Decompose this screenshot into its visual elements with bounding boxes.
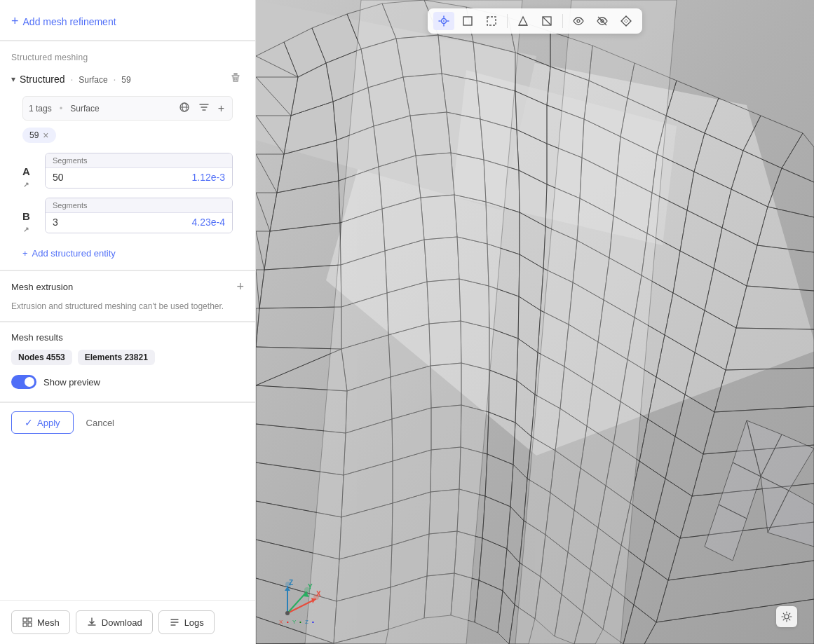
apply-cancel-row: ✓ Apply Cancel: [0, 402, 255, 442]
nodes-chip: Nodes 4553: [11, 350, 72, 365]
bottom-right-icon-btn[interactable]: [776, 606, 797, 627]
svg-line-16: [543, 17, 551, 25]
mesh-visualization: [256, 0, 814, 644]
svg-line-247: [287, 599, 316, 613]
vp-camera-btn[interactable]: [433, 12, 454, 30]
delete-button[interactable]: [227, 71, 244, 88]
mesh-results-section: Mesh results Nodes 4553 Elements 23821 S…: [0, 322, 255, 402]
svg-point-258: [285, 582, 291, 587]
mesh-extrusion-section: Mesh extrusion + Extrusion and structure…: [0, 270, 255, 321]
svg-text:•: •: [299, 619, 301, 625]
axis-b-segments-header: Segments: [46, 198, 232, 213]
elements-chip: Elements 23821: [78, 350, 155, 365]
trash-icon: [230, 72, 241, 83]
axis-b-field[interactable]: Segments 3 4.23e-4: [45, 198, 233, 233]
extrusion-warning: Extrusion and structured meshing can't b…: [11, 300, 244, 313]
structured-meshing-inner: 1 tags • Surface: [11, 96, 244, 270]
axis-a-block: A ↗ Segments 50 1.12e-3: [22, 153, 233, 189]
svg-text:•: •: [312, 619, 314, 625]
svg-point-250: [313, 594, 319, 600]
sidebar: + Add mesh refinement Structured meshing…: [0, 0, 256, 644]
viewport-toolbar: [428, 8, 642, 34]
svg-rect-7: [28, 618, 32, 622]
camera-icon: [437, 15, 450, 27]
vp-box-select-btn[interactable]: [457, 12, 478, 30]
tag-chip-value: 59: [29, 130, 39, 140]
svg-text:•: •: [287, 619, 289, 625]
add-mesh-refinement-label: Add mesh refinement: [23, 16, 116, 27]
eye-slash-icon: [596, 15, 609, 27]
svg-rect-13: [487, 17, 496, 25]
tags-actions: +: [177, 101, 226, 116]
filter-icon-btn[interactable]: [196, 101, 212, 116]
apply-label: Apply: [37, 418, 60, 428]
svg-point-11: [443, 20, 445, 22]
viewport: X Y Z X • Y • Z •: [256, 0, 814, 644]
show-preview-toggle[interactable]: [11, 375, 36, 389]
svg-rect-9: [28, 623, 32, 626]
svg-point-17: [577, 20, 580, 22]
svg-rect-12: [463, 17, 472, 25]
globe-icon-btn[interactable]: [177, 101, 192, 116]
svg-line-251: [287, 592, 306, 613]
vp-sep-1: [507, 14, 508, 28]
axis-a-segments-value: 1.12e-3: [192, 172, 225, 183]
settings-icon: [781, 611, 792, 622]
axis-a-icon: ↗: [23, 181, 29, 189]
vp-edge-btn[interactable]: [536, 12, 557, 30]
mesh-results-label: Mesh results: [11, 332, 244, 343]
vp-sep-2: [562, 14, 563, 28]
show-preview-label: Show preview: [43, 377, 100, 388]
svg-point-259: [285, 611, 290, 615]
logs-label: Logs: [184, 617, 204, 628]
axis-a-label: A ↗: [22, 165, 38, 189]
apply-button[interactable]: ✓ Apply: [11, 411, 74, 434]
svg-rect-8: [23, 623, 27, 626]
logs-button[interactable]: Logs: [158, 610, 215, 634]
mesh-extrusion-label: Mesh extrusion: [11, 282, 73, 292]
add-mesh-refinement-button[interactable]: + Add mesh refinement: [11, 11, 116, 32]
logs-icon: [169, 617, 180, 628]
globe-icon: [179, 102, 190, 113]
vertex-icon: [517, 15, 529, 27]
filter-icon: [198, 102, 210, 113]
download-button[interactable]: Download: [76, 610, 153, 634]
svg-text:Y: Y: [292, 619, 297, 625]
svg-text:Z: Z: [305, 619, 308, 625]
extrusion-header: Mesh extrusion +: [11, 280, 244, 294]
vp-view2-btn[interactable]: [592, 12, 613, 30]
surface-text: Surface: [70, 104, 99, 114]
add-structured-entity-label: Add structured entity: [32, 248, 116, 259]
add-structured-entity-button[interactable]: + Add structured entity: [22, 242, 116, 270]
add-tag-btn[interactable]: +: [216, 101, 226, 116]
extrusion-plus-btn[interactable]: +: [236, 280, 244, 294]
vp-vertex-btn[interactable]: [513, 12, 534, 30]
svg-rect-6: [23, 618, 27, 622]
axis-a-segments-header: Segments: [46, 153, 232, 168]
tag-chip-59: 59 ×: [22, 128, 56, 143]
check-icon: ✓: [25, 417, 33, 428]
axis-a-field[interactable]: Segments 50 1.12e-3: [45, 153, 233, 189]
axis-a-segments-count: 50: [53, 172, 64, 183]
axis-b-block: B ↗ Segments 3 4.23e-4: [22, 198, 233, 234]
box-select-icon: [461, 15, 474, 27]
mesh-icon: [22, 617, 33, 628]
vp-lasso-btn[interactable]: [481, 12, 502, 30]
plus-icon: +: [11, 14, 19, 29]
bottom-toolbar: Mesh Download Logs: [0, 600, 255, 644]
tags-row: 1 tags • Surface: [22, 96, 233, 121]
axes-indicator: X Y Z X • Y • Z •: [277, 578, 326, 627]
svg-text:X: X: [279, 619, 283, 625]
vp-view1-btn[interactable]: [568, 12, 589, 30]
svg-marker-256: [285, 587, 290, 591]
vp-filter-btn[interactable]: [616, 12, 637, 30]
eye-icon: [572, 15, 585, 27]
download-label: Download: [102, 617, 142, 628]
chevron-down-icon[interactable]: ▾: [11, 74, 15, 84]
axis-b-segments-row: 3 4.23e-4: [46, 213, 232, 233]
cancel-button[interactable]: Cancel: [81, 413, 120, 433]
tags-label: 1 tags: [29, 104, 52, 114]
tag-chip-close-btn[interactable]: ×: [43, 130, 48, 141]
mesh-button[interactable]: Mesh: [11, 610, 70, 634]
axis-a-segments-row: 50 1.12e-3: [46, 168, 232, 188]
